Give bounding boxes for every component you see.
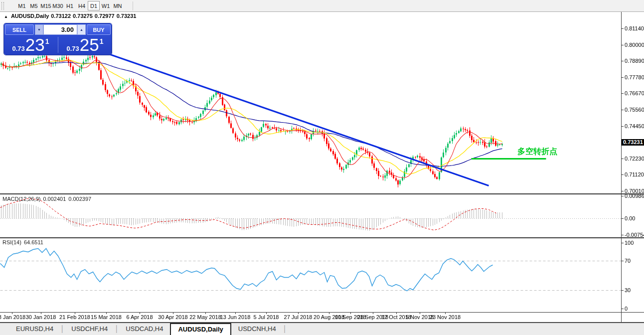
toolbar-grip-handle[interactable] — [1, 2, 4, 10]
ask-price-prefix: 0.73 — [66, 45, 79, 52]
volume-increase-button[interactable]: ▲ — [77, 24, 86, 35]
chart-tab-usdcnh-h4[interactable]: USDCNH,H4 — [231, 323, 283, 335]
ask-price-pip-digit: 1 — [100, 37, 104, 45]
macd-axis-label: 0.009863 — [625, 193, 644, 199]
date-axis-label: 27 Jul 2018 — [284, 314, 313, 320]
date-axis-label: 30 Jan 2018 — [26, 314, 56, 320]
timeframe-button-h4[interactable]: H4 — [76, 1, 88, 10]
bid-price[interactable]: 0.73 23 1 — [4, 37, 57, 54]
price-axis-label: 0.76670 — [625, 90, 644, 96]
date-axis-label: 22 May 2018 — [189, 314, 221, 320]
rsi-axis-label: 30 — [625, 287, 631, 293]
price-axis-label: 0.72230 — [625, 156, 644, 162]
panel-separator-rsi[interactable] — [0, 237, 644, 238]
ohlc-open: 0.73122 — [51, 13, 71, 19]
trading-terminal-window: M1M5M15M30H1H4D1W1MN ▲AUDUSD,Daily0.7312… — [0, 0, 644, 335]
timeframe-button-mn[interactable]: MN — [112, 1, 124, 10]
rsi-axis-label: 0 — [625, 306, 628, 312]
collapse-panel-icon[interactable]: ▲ — [4, 14, 8, 19]
chart-symbol-label: AUDUSD,Daily — [11, 13, 49, 19]
price-axis-label: 0.74450 — [625, 123, 644, 129]
rsi-name: RSI(14) — [2, 239, 21, 245]
timeframe-toolbar: M1M5M15M30H1H4D1W1MN — [0, 0, 644, 12]
date-axis-label: 5 Jul 2018 — [254, 314, 279, 320]
bid-price-prefix: 0.73 — [12, 45, 24, 52]
buy-button[interactable]: BUY — [87, 24, 111, 35]
volume-input[interactable]: 3.00 — [43, 24, 77, 35]
tab-separator: │ — [115, 323, 119, 335]
ask-price-big-digits: 25 — [80, 37, 99, 53]
rsi-value: 64.6511 — [24, 239, 43, 245]
chart-tab-usdchf-h4[interactable]: USDCHF,H4 — [64, 323, 115, 335]
ohlc-high: 0.73275 — [73, 13, 93, 19]
date-axis-label: 8 Jan 2018 — [0, 314, 25, 320]
date-axis-label: 23 Nov 2018 — [430, 314, 461, 320]
chart-tab-bar: EURUSD,H4│USDCHF,H4│USDCAD,H4AUDUSD,Dail… — [0, 322, 644, 335]
timeframe-button-d1[interactable]: D1 — [88, 1, 100, 10]
macd-name: MACD(12,26,9) — [2, 196, 40, 202]
price-axis-label: 0.81140 — [625, 25, 644, 31]
timeframe-button-w1[interactable]: W1 — [100, 1, 112, 10]
ohlc-low: 0.72977 — [95, 13, 115, 19]
toolbar-separator — [133, 1, 133, 10]
bid-price-pip-digit: 1 — [45, 37, 49, 45]
current-price-tag: 0.73231 — [622, 139, 644, 146]
chart-tab-audusd-daily[interactable]: AUDUSD,Daily — [170, 323, 231, 335]
rsi-axis-label: 100 — [625, 240, 634, 246]
price-axis-border — [621, 12, 622, 322]
date-axis-label: 6 Apr 2018 — [126, 314, 153, 320]
macd-indicator-label: MACD(12,26,9)0.0024010.002397 — [2, 196, 94, 202]
macd-axis-label: -0.007543 — [625, 232, 644, 238]
bid-price-big-digits: 23 — [25, 37, 45, 53]
rsi-axis-label: 70 — [625, 258, 631, 264]
price-axis-label: 0.80000 — [625, 42, 644, 48]
one-click-trading-panel: SELL ▼ 3.00 ▲ BUY 0.73 23 1 0.73 25 1 — [4, 23, 112, 55]
macd-value-2: 0.002397 — [68, 196, 91, 202]
date-axis-line — [0, 312, 644, 313]
ask-price[interactable]: 0.73 25 1 — [58, 37, 112, 54]
chart-annotation-text: 多空转折点 — [517, 147, 557, 157]
timeframe-button-m15[interactable]: M15 — [40, 1, 52, 10]
panel-separator-macd[interactable] — [0, 193, 644, 194]
date-axis-label: 21 Feb 2018 — [59, 314, 90, 320]
date-axis-label: 30 Apr 2018 — [158, 314, 187, 320]
ohlc-close: 0.73231 — [117, 13, 137, 19]
volume-decrease-button[interactable]: ▼ — [35, 24, 43, 35]
timeframe-button-h1[interactable]: H1 — [64, 1, 76, 10]
rsi-indicator-label: RSI(14)64.6511 — [2, 239, 46, 245]
price-axis-label: 0.71120 — [625, 171, 644, 177]
tab-separator: │ — [283, 323, 287, 335]
price-axis-label: 0.77780 — [625, 74, 644, 80]
timeframe-button-m1[interactable]: M1 — [16, 1, 28, 10]
price-axis-label: 0.78890 — [625, 58, 644, 64]
chart-tab-eurusd-h4[interactable]: EURUSD,H4 — [9, 323, 60, 335]
price-axis-label: 0.75560 — [625, 107, 644, 113]
timeframe-button-m5[interactable]: M5 — [28, 1, 40, 10]
macd-axis-label: 0.00 — [625, 215, 635, 221]
tab-separator: │ — [60, 323, 64, 335]
date-axis-label: 15 Mar 2018 — [91, 314, 122, 320]
chart-tab-usdcad-h4[interactable]: USDCAD,H4 — [119, 323, 170, 335]
macd-value-1: 0.002401 — [43, 196, 66, 202]
sell-button[interactable]: SELL — [5, 24, 34, 35]
chart-title: ▲AUDUSD,Daily0.731220.732750.729770.7323… — [4, 13, 138, 19]
timeframe-button-m30[interactable]: M30 — [52, 1, 64, 10]
date-axis-label: 13 Jun 2018 — [220, 314, 251, 320]
